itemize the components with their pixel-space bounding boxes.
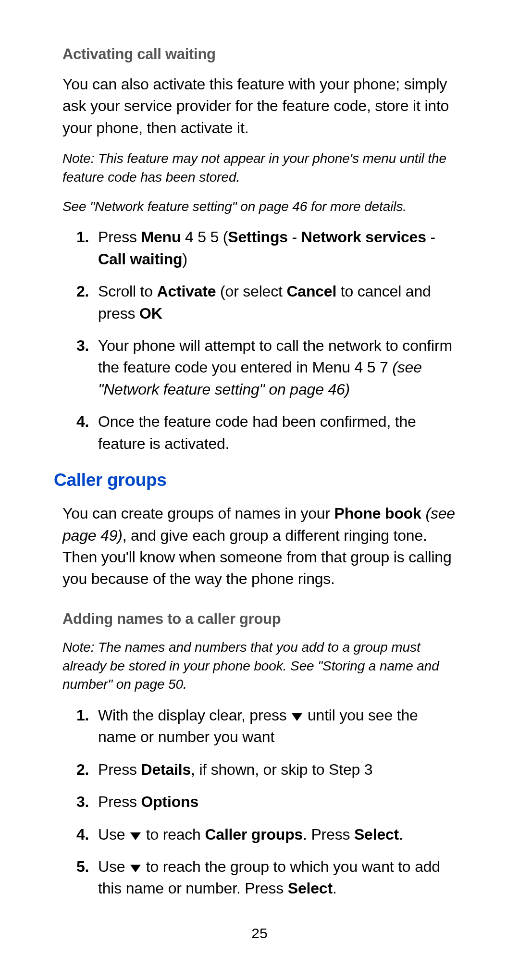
section-heading-caller-groups: Caller groups [54,470,457,490]
subheading-adding-names: Adding names to a caller group [62,610,457,628]
note-adding-names: Note: The names and numbers that you add… [62,638,457,694]
step-4: Once the feature code had been confirmed… [93,411,457,455]
down-arrow-icon [292,713,302,721]
page-number: 25 [62,925,457,951]
cg-step-2: Press Details, if shown, or skip to Step… [93,759,457,781]
steps-list-caller-group: With the display clear, press until you … [62,705,457,900]
note-see-network-setting: See "Network feature setting" on page 46… [62,198,457,216]
page-content: Activating call waiting You can also act… [62,46,457,925]
steps-list-call-waiting: Press Menu 4 5 5 (Settings - Network ser… [62,226,457,455]
cg-step-3: Press Options [93,791,457,813]
step-2: Scroll to Activate (or select Cancel to … [93,281,457,324]
manual-page: Activating call waiting You can also act… [0,0,519,980]
cg-step-4: Use to reach Caller groups. Press Select… [93,824,457,845]
caller-groups-intro: You can create groups of names in your P… [62,503,457,590]
step-3: Your phone will attempt to call the netw… [93,335,457,400]
note-feature-code: Note: This feature may not appear in you… [62,149,457,186]
cg-step-1: With the display clear, press until you … [93,705,457,748]
intro-paragraph: You can also activate this feature with … [62,74,457,139]
down-arrow-icon [130,832,141,840]
cg-step-5: Use to reach the group to which you want… [93,856,457,900]
subheading-activating-call-waiting: Activating call waiting [62,46,457,63]
step-1: Press Menu 4 5 5 (Settings - Network ser… [93,226,457,270]
down-arrow-icon [130,865,141,872]
